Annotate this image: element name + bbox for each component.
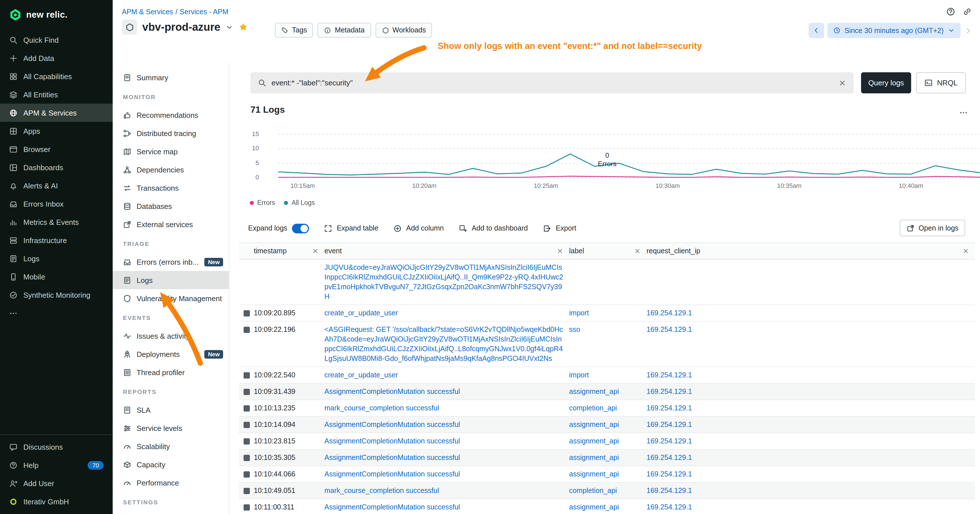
sidebar-item-issues-activity[interactable]: Issues & activity bbox=[113, 327, 229, 345]
log-row[interactable]: 10:09:31.439AssignmentCompletionMutation… bbox=[239, 384, 975, 400]
sidebar-item-thread-profiler[interactable]: Thread profiler bbox=[113, 363, 229, 381]
cell-label[interactable]: assignment_api bbox=[569, 466, 646, 482]
row-checkbox[interactable] bbox=[243, 310, 250, 317]
cell-label[interactable]: assignment_api bbox=[569, 499, 646, 514]
sidebar-item-scalability[interactable]: Scalability bbox=[113, 437, 229, 455]
cell-label[interactable]: import bbox=[569, 367, 646, 383]
clear-query-icon[interactable] bbox=[838, 79, 846, 87]
sidebar-item-external-services[interactable]: External services bbox=[113, 215, 229, 233]
entity-switcher-chevron-icon[interactable] bbox=[226, 23, 234, 31]
cell-event[interactable]: mark_course_completion successful bbox=[325, 483, 569, 499]
cell-label[interactable]: assignment_api bbox=[569, 417, 646, 433]
time-picker[interactable]: Since 30 minutes ago (GMT+2) bbox=[827, 23, 961, 38]
log-row[interactable]: 10:09:22.196<ASGIRequest: GET '/sso/call… bbox=[239, 321, 975, 367]
query-input[interactable]: event:* -"label":"security" bbox=[272, 78, 353, 87]
cell-event[interactable]: AssignmentCompletionMutation successful bbox=[325, 384, 569, 399]
workloads-button[interactable]: Workloads bbox=[375, 23, 432, 38]
remove-column-request-client-ip-icon[interactable] bbox=[963, 248, 969, 255]
add-column-button[interactable]: Add column bbox=[393, 224, 444, 232]
log-row[interactable]: 10:10:23.815AssignmentCompletionMutation… bbox=[239, 433, 975, 450]
query-logs-button[interactable]: Query logs bbox=[861, 72, 911, 93]
sidebar-item-deployments[interactable]: DeploymentsNew bbox=[113, 345, 229, 363]
sidebar-item-mobile[interactable]: Mobile bbox=[0, 267, 113, 286]
sidebar-item-dashboards[interactable]: Dashboards bbox=[0, 158, 113, 177]
sidebar-item-all-entities[interactable]: All Entities bbox=[0, 85, 113, 103]
toggle-on-icon[interactable] bbox=[292, 223, 309, 233]
log-row[interactable]: 10:09:22.540create_or_update_userimport1… bbox=[239, 367, 975, 384]
remove-column-event-icon[interactable] bbox=[557, 248, 563, 255]
cell-request-client-ip[interactable]: 169.254.129.1 bbox=[646, 384, 975, 399]
sidebar-item-logs[interactable]: Logs bbox=[0, 249, 113, 267]
sidebar-item-infrastructure[interactable]: Infrastructure bbox=[0, 231, 113, 249]
cell-request-client-ip[interactable]: 169.254.129.1 bbox=[646, 499, 975, 514]
cell-event[interactable]: create_or_update_user bbox=[325, 305, 569, 321]
sidebar-item-alerts-ai[interactable]: Alerts & AI bbox=[0, 177, 113, 195]
expand-table-button[interactable]: Expand table bbox=[324, 224, 379, 232]
sidebar-item-service-map[interactable]: Service map bbox=[113, 142, 229, 161]
log-row[interactable]: JUQVU&code=eyJraWQiOiJjcGItY29yZV8wOTl1M… bbox=[239, 259, 975, 305]
cell-event[interactable]: AssignmentCompletionMutation successful bbox=[325, 433, 569, 449]
log-row[interactable]: 10:09:20.895create_or_update_userimport1… bbox=[239, 305, 975, 321]
cell-request-client-ip[interactable]: 169.254.129.1 bbox=[646, 417, 975, 433]
tags-button[interactable]: Tags bbox=[275, 23, 313, 38]
log-row[interactable]: 10:10:49.051mark_course_completion succe… bbox=[239, 483, 975, 499]
cell-request-client-ip[interactable]: 169.254.129.1 bbox=[646, 466, 975, 482]
sidebar-item-dependencies[interactable]: Dependencies bbox=[113, 161, 229, 179]
row-checkbox[interactable] bbox=[243, 455, 250, 461]
log-query-bar[interactable]: event:* -"label":"security" bbox=[250, 72, 854, 93]
breadcrumb-services-apm[interactable]: Services - APM bbox=[180, 8, 229, 16]
copy-link-icon[interactable] bbox=[963, 7, 972, 16]
time-back-button[interactable] bbox=[809, 23, 824, 38]
sidebar-item-summary[interactable]: Summary bbox=[113, 68, 229, 86]
legend-item-errors[interactable]: Errors bbox=[250, 199, 275, 206]
cell-label[interactable]: assignment_api bbox=[569, 433, 646, 449]
sidebar-item-transactions[interactable]: Transactions bbox=[113, 179, 229, 197]
sidebar-item-recommendations[interactable]: Recommendations bbox=[113, 106, 229, 124]
cell-label[interactable]: completion_api bbox=[569, 400, 646, 416]
log-row[interactable]: 10:10:13.235mark_course_completion succe… bbox=[239, 400, 975, 417]
nrql-button[interactable]: NRQL bbox=[916, 72, 966, 93]
sidebar-item-metrics-events[interactable]: Metrics & Events bbox=[0, 213, 113, 231]
sidebar-item-add-user[interactable]: Add User bbox=[0, 474, 113, 492]
cell-label[interactable]: import bbox=[569, 305, 646, 321]
sidebar-item-browser[interactable]: Browser bbox=[0, 140, 113, 158]
sidebar-item-errors-errors-inb[interactable]: Errors (errors inb...New bbox=[113, 253, 229, 271]
sidebar-item-iterativ-gmbh[interactable]: Iterativ GmbH bbox=[0, 492, 113, 511]
cell-event[interactable]: AssignmentCompletionMutation successful bbox=[325, 450, 569, 466]
cell-event[interactable]: <ASGIRequest: GET '/sso/callback/?state=… bbox=[325, 321, 569, 367]
sidebar-item-service-levels[interactable]: Service levels bbox=[113, 419, 229, 437]
cell-event[interactable]: AssignmentCompletionMutation successful bbox=[325, 499, 569, 514]
add-to-dashboard-button[interactable]: Add to dashboard bbox=[459, 224, 528, 232]
sidebar-item-apps[interactable]: Apps bbox=[0, 122, 113, 140]
cell-event[interactable]: create_or_update_user bbox=[325, 367, 569, 383]
cell-request-client-ip[interactable]: 169.254.129.1 bbox=[646, 433, 975, 449]
cell-label[interactable]: sso bbox=[569, 321, 646, 367]
sidebar-item-databases[interactable]: Databases bbox=[113, 197, 229, 215]
open-in-logs-button[interactable]: Open in logs bbox=[900, 220, 965, 236]
remove-column-label-icon[interactable] bbox=[634, 248, 641, 255]
row-checkbox[interactable] bbox=[243, 405, 250, 412]
row-checkbox[interactable] bbox=[243, 438, 250, 444]
favorite-star-icon[interactable] bbox=[239, 22, 248, 32]
sidebar-item-more[interactable] bbox=[0, 304, 113, 322]
cell-label[interactable]: assignment_api bbox=[569, 450, 646, 466]
cell-request-client-ip[interactable]: 169.254.129.1 bbox=[646, 321, 975, 367]
row-checkbox[interactable] bbox=[243, 488, 250, 494]
cell-request-client-ip[interactable]: 169.254.129.1 bbox=[646, 450, 975, 466]
cell-request-client-ip[interactable]: 169.254.129.1 bbox=[646, 305, 975, 321]
sidebar-item-quick-find[interactable]: Quick Find bbox=[0, 31, 113, 49]
cell-request-client-ip[interactable]: 169.254.129.1 bbox=[646, 367, 975, 383]
column-header-event[interactable]: event bbox=[325, 243, 569, 259]
sidebar-item-help[interactable]: Help70 bbox=[0, 456, 113, 474]
remove-column-timestamp-icon[interactable] bbox=[312, 248, 319, 255]
sidebar-item-all-capabilities[interactable]: All Capabilities bbox=[0, 67, 113, 85]
cell-label[interactable]: completion_api bbox=[569, 483, 646, 499]
row-checkbox[interactable] bbox=[243, 389, 250, 395]
sidebar-item-sla[interactable]: SLA bbox=[113, 401, 229, 419]
log-row[interactable]: 10:10:35.305AssignmentCompletionMutation… bbox=[239, 450, 975, 466]
sidebar-item-apm-services[interactable]: APM & Services bbox=[0, 103, 113, 122]
expand-logs-toggle[interactable]: Expand logs bbox=[248, 223, 309, 233]
legend-item-all-logs[interactable]: All Logs bbox=[284, 199, 315, 206]
sidebar-item-vulnerability-management[interactable]: Vulnerability Management bbox=[113, 289, 229, 307]
sidebar-item-capacity[interactable]: Capacity bbox=[113, 455, 229, 474]
